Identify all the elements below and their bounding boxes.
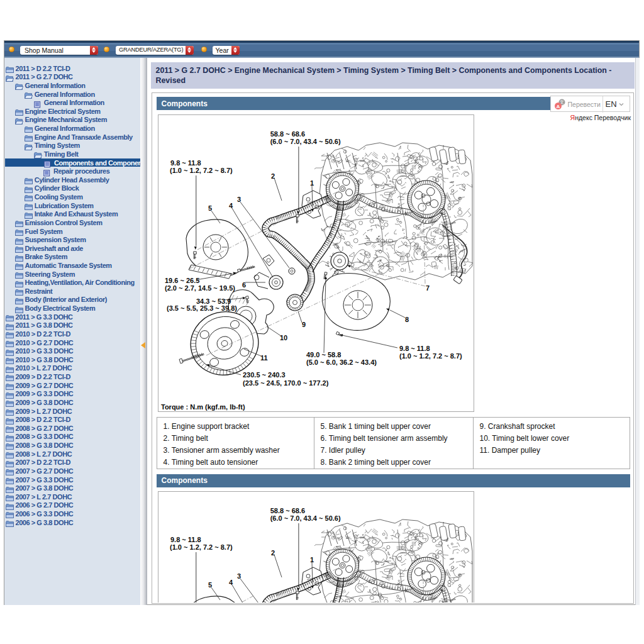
svg-text:(1.0 ~ 1.2, 7.2 ~ 8.7): (1.0 ~ 1.2, 7.2 ~ 8.7) xyxy=(170,166,233,174)
svg-text:4: 4 xyxy=(229,202,233,209)
svg-text:230.5 ~ 240.3: 230.5 ~ 240.3 xyxy=(243,371,286,379)
svg-text:3: 3 xyxy=(237,196,241,203)
svg-text:9.8 ~ 11.8: 9.8 ~ 11.8 xyxy=(399,345,430,352)
svg-text:58.8 ~ 68.6: 58.8 ~ 68.6 xyxy=(270,130,304,138)
svg-text:2: 2 xyxy=(271,172,275,179)
svg-text:(23.5 ~ 24.5, 170.0 ~ 177.2): (23.5 ~ 24.5, 170.0 ~ 177.2) xyxy=(243,379,329,386)
svg-text:A: A xyxy=(556,103,560,109)
svg-text:9: 9 xyxy=(302,321,306,328)
svg-text:49.0 ~ 58.8: 49.0 ~ 58.8 xyxy=(306,351,341,358)
svg-text:7: 7 xyxy=(426,284,430,292)
svg-text:10: 10 xyxy=(280,334,287,341)
svg-text:(5.0 ~ 6.0, 36.2 ~ 43.4): (5.0 ~ 6.0, 36.2 ~ 43.4) xyxy=(306,358,377,366)
svg-text:(2.0 ~ 2.7, 14.5 ~ 19.5): (2.0 ~ 2.7, 14.5 ~ 19.5) xyxy=(165,284,235,291)
svg-text:(6.0 ~ 7.0, 43.4 ~ 50.6): (6.0 ~ 7.0, 43.4 ~ 50.6) xyxy=(270,137,340,145)
svg-text:(3.5 ~ 5.5, 25.3 ~ 39.8): (3.5 ~ 5.5, 25.3 ~ 39.8) xyxy=(167,304,237,312)
svg-text:5: 5 xyxy=(208,204,212,212)
svg-text:6: 6 xyxy=(242,280,246,288)
svg-text:1: 1 xyxy=(310,179,314,187)
svg-text:9.8 ~ 11.8: 9.8 ~ 11.8 xyxy=(170,159,201,167)
svg-text:(1.0 ~ 1.2, 7.2 ~ 8.7): (1.0 ~ 1.2, 7.2 ~ 8.7) xyxy=(399,352,462,359)
svg-text:19.6 ~ 26.5: 19.6 ~ 26.5 xyxy=(165,277,199,284)
svg-text:Torque : N.m (kgf.m, lb-ft): Torque : N.m (kgf.m, lb-ft) xyxy=(161,403,245,411)
svg-text:11: 11 xyxy=(260,354,268,362)
svg-text:8: 8 xyxy=(405,316,409,323)
